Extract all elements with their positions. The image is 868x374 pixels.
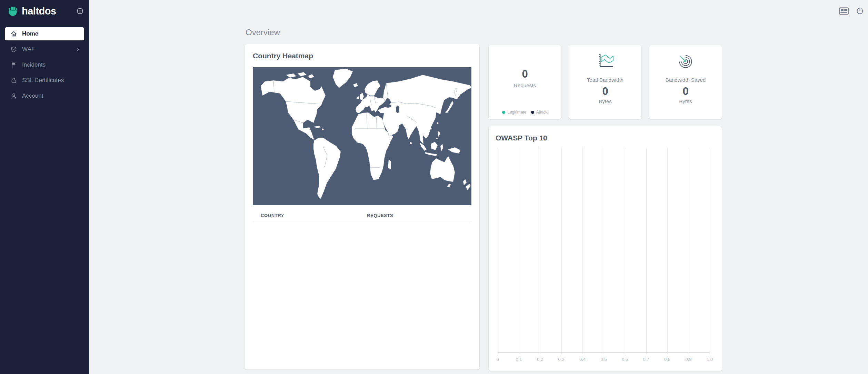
attack-legend-label: Attack [536, 110, 548, 115]
radar-icon [677, 52, 694, 69]
world-map[interactable] [253, 67, 471, 205]
total-bandwidth-title: Total Bandwidth [587, 77, 623, 83]
gridline [582, 148, 583, 354]
power-icon[interactable] [856, 7, 864, 15]
owasp-top10-card: OWASP Top 10 00.10.20.30.40.50.60.70.80.… [489, 126, 722, 371]
sidebar-nav: Home WAF Incide [5, 27, 84, 105]
legitimate-legend-label: Legitimate [507, 110, 526, 115]
sidebar-item-label: Incidents [22, 61, 46, 68]
user-icon [10, 92, 17, 99]
x-axis-labels: 00.10.20.30.40.50.60.70.80.91.0 [498, 352, 710, 363]
flag-icon [10, 61, 17, 68]
sidebar-item-label: Account [22, 92, 43, 99]
x-axis-tick-label: 0.3 [558, 357, 564, 362]
gridline [498, 148, 498, 354]
bandwidth-saved-title: Bandwidth Saved [666, 77, 706, 83]
requests-legend: Legitimate Attack [489, 110, 561, 115]
gridline [667, 148, 668, 354]
gridline [519, 148, 519, 354]
topbar-actions [839, 7, 864, 15]
shield-check-icon [10, 46, 17, 53]
sidebar-item-label: SSL Certificates [22, 77, 64, 84]
owasp-chart-area [498, 148, 710, 352]
bandwidth-saved-stat-card: Bandwidth Saved 0 Bytes [649, 45, 722, 119]
gridline [625, 148, 625, 354]
total-bandwidth-unit: Bytes [599, 98, 612, 104]
brand-header: haltdos [8, 5, 83, 17]
owasp-title: OWASP Top 10 [496, 134, 547, 142]
haltdos-fist-logo-icon [8, 6, 18, 16]
x-axis-tick-label: 0 [496, 357, 499, 362]
x-axis-tick-label: 0.4 [579, 357, 586, 362]
sidebar-item-label: WAF [22, 46, 35, 53]
sidebar-item-account[interactable]: Account [5, 89, 84, 102]
requests-label: Requests [514, 82, 536, 88]
column-header-requests: REQUESTS [367, 213, 393, 218]
sidebar-item-incidents[interactable]: Incidents [5, 58, 84, 71]
x-axis-tick-label: 0.1 [516, 357, 522, 362]
x-axis-tick-label: 0.5 [600, 357, 607, 362]
total-bandwidth-value: 0 [602, 86, 608, 97]
country-table-header: COUNTRY REQUESTS [253, 209, 471, 222]
gridline [604, 148, 604, 354]
sidebar-item-ssl-certificates[interactable]: SSL Certificates [5, 74, 84, 87]
gridline [689, 148, 689, 354]
sidebar-collapse-toggle-icon[interactable] [77, 8, 83, 14]
column-header-country: COUNTRY [261, 213, 284, 218]
requests-value: 0 [522, 69, 528, 79]
sidebar-item-waf[interactable]: WAF [5, 43, 84, 56]
legitimate-legend-dot [502, 111, 505, 114]
sidebar: haltdos Home WAF [0, 0, 89, 374]
home-icon [10, 30, 17, 37]
sidebar-item-label: Home [22, 30, 38, 37]
gridline [561, 148, 562, 354]
attack-legend-dot [531, 111, 534, 114]
x-axis-tick-label: 0.7 [643, 357, 649, 362]
sidebar-item-home[interactable]: Home [5, 27, 84, 40]
gridline [540, 148, 540, 354]
x-axis-tick-label: 0.2 [537, 357, 543, 362]
lock-icon [10, 77, 17, 84]
gridline [646, 148, 647, 354]
x-axis-tick-label: 0.8 [664, 357, 670, 362]
x-axis-tick-label: 0.6 [622, 357, 628, 362]
total-bandwidth-stat-card: Total Bandwidth 0 Bytes [569, 45, 641, 119]
bandwidth-saved-unit: Bytes [679, 98, 692, 104]
gridline [710, 148, 710, 354]
bandwidth-saved-value: 0 [682, 86, 688, 97]
brand-name: haltdos [22, 6, 56, 17]
news-icon[interactable] [839, 7, 849, 15]
chevron-right-icon [76, 47, 80, 51]
page-title: Overview [246, 28, 280, 37]
area-chart-icon [597, 52, 614, 69]
stats-row: 0 Requests Legitimate Attack Total Bandw… [489, 45, 722, 119]
x-axis-tick-label: 1.0 [707, 357, 713, 362]
country-heatmap-title: Country Heatmap [253, 52, 313, 60]
country-heatmap-card: Country Heatmap [245, 44, 479, 370]
x-axis-tick-label: 0.9 [685, 357, 691, 362]
requests-stat-card: 0 Requests Legitimate Attack [489, 45, 561, 119]
